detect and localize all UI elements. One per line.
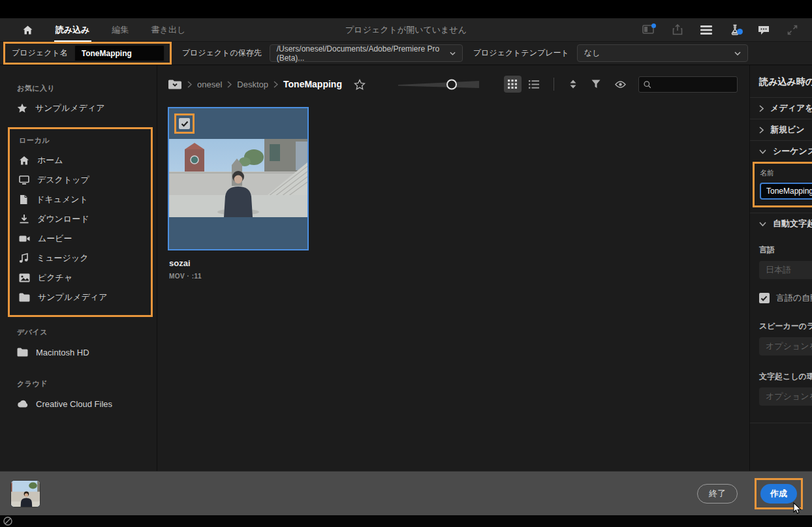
check-icon: [760, 295, 768, 301]
annotation-box-checkbox: [174, 113, 195, 134]
breadcrumb-tonemapping[interactable]: ToneMapping: [283, 79, 342, 89]
favorite-star-icon[interactable]: [354, 79, 366, 90]
chevron-down-icon: [734, 52, 741, 55]
row-copy-media[interactable]: メディアをコピー: [750, 97, 812, 119]
media-card-sozai[interactable]: [168, 107, 309, 250]
view-toggle-group: [504, 76, 543, 93]
project-template-value: なし: [584, 48, 601, 59]
preview-visibility-button[interactable]: [610, 81, 631, 88]
queue-button[interactable]: [700, 25, 712, 35]
chevron-right-icon: [759, 105, 764, 112]
search-icon: [644, 80, 651, 89]
annotation-box-local-section: ローカル ホーム デスクトップ ドキュメント ダウンロード: [8, 127, 153, 317]
section-title-local: ローカル: [19, 136, 151, 145]
media-meta: MOV · :11: [169, 273, 749, 280]
quit-button[interactable]: 終了: [697, 484, 738, 504]
sequence-name-label: 名前: [760, 168, 812, 178]
workspace-notification-dot: [651, 23, 656, 28]
media-select-checkbox[interactable]: [179, 118, 190, 129]
eye-icon: [615, 81, 626, 88]
footer-buttons: 終了 作成: [697, 478, 812, 509]
music-note-icon: [19, 253, 29, 264]
language-label: 言語: [759, 245, 812, 256]
sidebar-item-desktop[interactable]: デスクトップ: [10, 170, 151, 190]
row-new-bin[interactable]: 新規ビン: [750, 119, 812, 140]
chevron-right-icon: [187, 81, 192, 88]
browser-toolbar: onesel Desktop ToneMapping: [157, 65, 749, 94]
grid-view-icon: [508, 80, 517, 89]
sidebar-item-label: ホーム: [37, 155, 63, 166]
section-title-devices: デバイス: [17, 327, 157, 337]
project-template-dropdown[interactable]: なし: [577, 44, 748, 62]
folder-icon: [19, 293, 30, 302]
breadcrumb-onesel[interactable]: onesel: [197, 80, 222, 89]
download-icon: [19, 214, 29, 224]
home-button[interactable]: [22, 25, 33, 35]
row-auto-transcribe[interactable]: 自動文字起こし: [750, 213, 812, 234]
breadcrumb-desktop[interactable]: Desktop: [237, 80, 268, 89]
sidebar-item-home[interactable]: ホーム: [10, 151, 151, 170]
feedback-button[interactable]: [758, 25, 770, 35]
sidebar-item-pictures[interactable]: ピクチャ: [10, 268, 151, 288]
project-name-input[interactable]: [74, 45, 164, 61]
picture-icon: [19, 273, 30, 282]
list-view-button[interactable]: [525, 76, 543, 93]
sidebar-item-downloads[interactable]: ダウンロード: [10, 209, 151, 229]
chevron-down-icon: [450, 52, 456, 55]
sort-arrows-icon: [569, 80, 577, 89]
sidebar-item-label: サンプルメディア: [38, 292, 107, 303]
sidebar-item-documents[interactable]: ドキュメント: [10, 190, 151, 209]
grid-view-button[interactable]: [504, 76, 522, 93]
chevron-right-icon: [227, 81, 232, 88]
beta-features-button[interactable]: [730, 24, 740, 35]
language-dropdown[interactable]: 日本語: [759, 261, 812, 279]
sidebar-item-macintosh-hd[interactable]: Macintosh HD: [0, 342, 157, 362]
tab-edit[interactable]: 編集: [111, 18, 131, 42]
sidebar-item-music[interactable]: ミュージック: [10, 248, 151, 268]
share-button[interactable]: [672, 24, 683, 35]
project-name-label: プロジェクト名: [12, 48, 68, 59]
sidebar-item-label: ドキュメント: [36, 194, 88, 205]
media-browser: onesel Desktop ToneMapping: [157, 65, 750, 471]
fullscreen-button[interactable]: [787, 25, 798, 35]
auto-detect-row[interactable]: 言語の自動検出を有効にする: [759, 292, 812, 304]
sort-button[interactable]: [565, 80, 582, 89]
footer-thumbnail-image: [11, 481, 40, 507]
sidebar-item-label: Macintosh HD: [36, 348, 89, 357]
sidebar-item-sample-media[interactable]: サンプルメディア: [10, 288, 151, 307]
search-input[interactable]: [655, 80, 732, 89]
sidebar-item-sample-media-favorite[interactable]: サンプルメディア: [0, 98, 157, 118]
speaker-labeling-dropdown[interactable]: オプションを選択: [759, 337, 812, 355]
sidebar-item-label: デスクトップ: [37, 174, 89, 186]
folder-nav-icon[interactable]: [168, 79, 182, 90]
row-new-sequence[interactable]: シーケンスを新規作成する: [750, 140, 812, 162]
project-location-dropdown[interactable]: /Users/onesel/Documents/Adobe/Premiere P…: [270, 44, 463, 62]
sidebar-item-label: ピクチャ: [38, 272, 72, 284]
toolbar-divider: [554, 78, 554, 91]
expand-arrows-icon: [787, 25, 798, 35]
sidebar-item-creative-cloud-files[interactable]: Creative Cloud Files: [0, 394, 157, 414]
copy-media-label: メディアをコピー: [770, 102, 812, 114]
tab-export[interactable]: 書き出し: [150, 18, 187, 42]
auto-detect-checkbox[interactable]: [759, 293, 770, 303]
annotation-box-project-name: プロジェクト名: [3, 42, 172, 65]
window-titlebar: [0, 0, 812, 18]
chevron-down-icon: [759, 222, 766, 226]
sequence-name-input[interactable]: ToneMapping: [760, 183, 812, 200]
new-sequence-label: シーケンスを新規作成する: [773, 145, 812, 157]
document-icon: [19, 194, 28, 205]
premiere-import-window: 読み込み 編集 書き出し プロジェクトが開いていません: [0, 0, 812, 527]
search-box[interactable]: [638, 76, 738, 93]
selected-media-thumbnail[interactable]: [10, 480, 40, 507]
filter-button[interactable]: [587, 80, 605, 89]
thumbnail-size-slider[interactable]: [398, 77, 484, 91]
main-area: お気に入り サンプルメディア ローカル ホーム デスクトップ ドキュメント: [0, 65, 812, 471]
project-location-label: プロジェクトの保存先: [182, 48, 262, 59]
tab-import[interactable]: 読み込み: [54, 18, 91, 42]
transcription-prefs-dropdown[interactable]: オプションを選択: [759, 387, 812, 406]
create-button[interactable]: 作成: [760, 484, 797, 504]
workspace-button[interactable]: [642, 25, 655, 35]
sidebar-item-label: ミュージック: [37, 252, 89, 264]
sidebar-item-movies[interactable]: ムービー: [10, 229, 151, 248]
media-name: sozai: [169, 258, 749, 268]
